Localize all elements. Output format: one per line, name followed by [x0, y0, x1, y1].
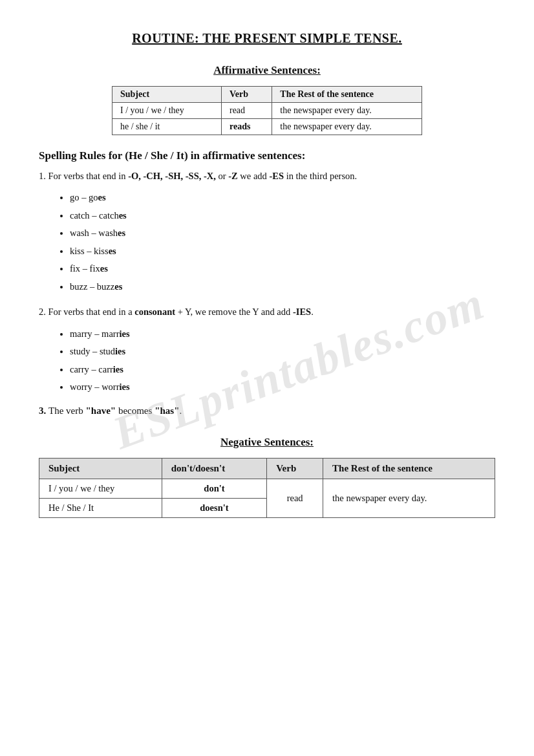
rule2-list: marry – marries study – studies carry – … — [70, 325, 495, 396]
negative-section: Negative Sentences: Subject don't/doesn'… — [39, 436, 495, 518]
neg-col-rest: The Rest of the sentence — [323, 458, 495, 479]
list-item: buzz – buzzes — [70, 278, 495, 296]
list-item: marry – marries — [70, 325, 495, 343]
spelling-heading: Spelling Rules for (He / She / It) in af… — [39, 149, 495, 162]
neg-row2-subject: He / She / It — [39, 498, 162, 517]
neg-col-dont: don't/doesn't — [162, 458, 266, 479]
neg-row1-subject: I / you / we / they — [39, 479, 162, 498]
aff-row2-verb: reads — [221, 119, 272, 135]
rule2-text: 2. For verbs that end in a consonant + Y… — [39, 305, 495, 319]
affirmative-heading: Affirmative Sentences: — [39, 64, 495, 77]
spelling-section: Spelling Rules for (He / She / It) in af… — [39, 149, 495, 416]
aff-row2-rest: the newspaper every day. — [272, 119, 422, 135]
neg-col-verb: Verb — [267, 458, 323, 479]
affirmative-section: Affirmative Sentences: Subject Verb The … — [39, 64, 495, 135]
negative-table: Subject don't/doesn't Verb The Rest of t… — [39, 458, 495, 518]
list-item: carry – carries — [70, 361, 495, 379]
list-item: go – goes — [70, 189, 495, 207]
neg-row1-rest: the newspaper every day. — [323, 479, 495, 517]
aff-col-rest: The Rest of the sentence — [272, 87, 422, 103]
neg-row1-dont: don't — [162, 479, 266, 498]
rule1-text: 1. For verbs that end in -O, -CH, -SH, -… — [39, 169, 495, 184]
table-row: I / you / we / they read the newspaper e… — [112, 103, 422, 119]
page-title: ROUTINE: THE PRESENT SIMPLE TENSE. — [39, 31, 495, 46]
list-item: catch – catches — [70, 207, 495, 225]
aff-row1-verb: read — [221, 103, 272, 119]
affirmative-table: Subject Verb The Rest of the sentence I … — [112, 86, 422, 135]
aff-col-verb: Verb — [221, 87, 272, 103]
negative-heading: Negative Sentences: — [39, 436, 495, 449]
table-row: I / you / we / they don't read the newsp… — [39, 479, 495, 498]
neg-row2-doesnt: doesn't — [162, 498, 266, 517]
rule3-text: 3. The verb "have" becomes "has". — [39, 405, 495, 416]
page-wrapper: ESLprintables.com ROUTINE: THE PRESENT S… — [39, 31, 495, 518]
aff-row2-subject: he / she / it — [112, 119, 222, 135]
aff-row1-rest: the newspaper every day. — [272, 103, 422, 119]
list-item: worry – worries — [70, 378, 495, 396]
table-row: he / she / it reads the newspaper every … — [112, 119, 422, 135]
neg-col-subject: Subject — [39, 458, 162, 479]
aff-col-subject: Subject — [112, 87, 222, 103]
neg-row1-verb: read — [267, 479, 323, 517]
aff-row1-subject: I / you / we / they — [112, 103, 222, 119]
list-item: fix – fixes — [70, 260, 495, 278]
rule1-list: go – goes catch – catches wash – washes … — [70, 189, 495, 296]
list-item: kiss – kisses — [70, 243, 495, 261]
list-item: study – studies — [70, 343, 495, 361]
list-item: wash – washes — [70, 224, 495, 243]
